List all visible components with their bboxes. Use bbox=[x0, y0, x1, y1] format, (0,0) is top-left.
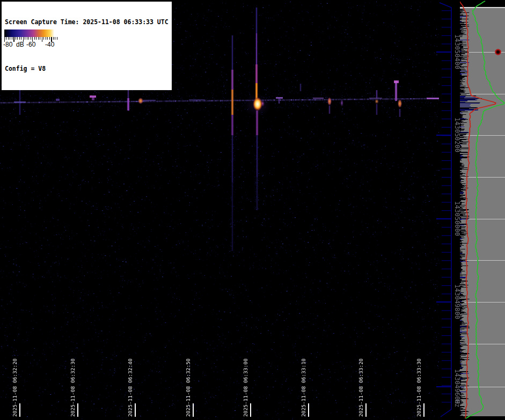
scale-label-max: -40 bbox=[45, 41, 54, 48]
time-tick-label-4: 2025-11-08 06:33:00 bbox=[243, 358, 249, 417]
freq-axis-unit: Hz bbox=[453, 400, 460, 407]
freq-tick-label-143050000: 143050000 bbox=[453, 201, 460, 236]
time-tick-label-3: 2025-11-08 06:32:50 bbox=[185, 358, 192, 417]
freq-tick-label-143050400: 143050400 bbox=[453, 34, 460, 69]
time-tick-label-6: 2025-11-08 06:33:20 bbox=[358, 358, 364, 417]
time-tick-mark bbox=[19, 403, 20, 417]
time-tick-mark bbox=[308, 403, 309, 417]
freq-tick-label-143050200: 143050200 bbox=[453, 117, 460, 152]
scale-label-mid: -60 bbox=[26, 41, 35, 48]
freq-tick-label-143049800: 143049800 bbox=[453, 284, 460, 319]
spectrum-side-panel bbox=[460, 0, 505, 420]
time-tick-mark bbox=[193, 403, 194, 417]
freq-tick-label-143049600: 143049600 bbox=[453, 369, 460, 404]
color-scale-legend: -80 dB -60 -40 bbox=[2, 28, 60, 50]
waterfall-screen: Screen Capture Time: 2025-11-08 06:33:33… bbox=[0, 0, 505, 420]
time-tick-label-7: 2025-11-08 06:33:30 bbox=[416, 358, 422, 417]
time-tick-mark bbox=[365, 403, 367, 417]
time-tick-mark bbox=[77, 403, 78, 417]
time-tick-label-0: 2025-11-08 06:32:20 bbox=[12, 358, 18, 417]
time-tick-mark bbox=[250, 403, 251, 417]
time-tick-mark bbox=[423, 403, 425, 417]
scale-label-min: -80 bbox=[3, 41, 12, 48]
capture-time-text: Screen Capture Time: 2025-11-08 06:33:33… bbox=[5, 18, 169, 26]
time-tick-label-1: 2025-11-08 06:32:30 bbox=[70, 358, 76, 417]
scale-label-unit: dB bbox=[16, 41, 24, 48]
color-scale-gradient bbox=[4, 30, 57, 37]
time-tick-mark bbox=[135, 403, 136, 417]
time-tick-label-5: 2025-11-08 06:33:10 bbox=[301, 358, 307, 417]
time-tick-label-2: 2025-11-08 06:32:40 bbox=[127, 358, 134, 417]
config-text: Config = V8 bbox=[5, 65, 169, 73]
